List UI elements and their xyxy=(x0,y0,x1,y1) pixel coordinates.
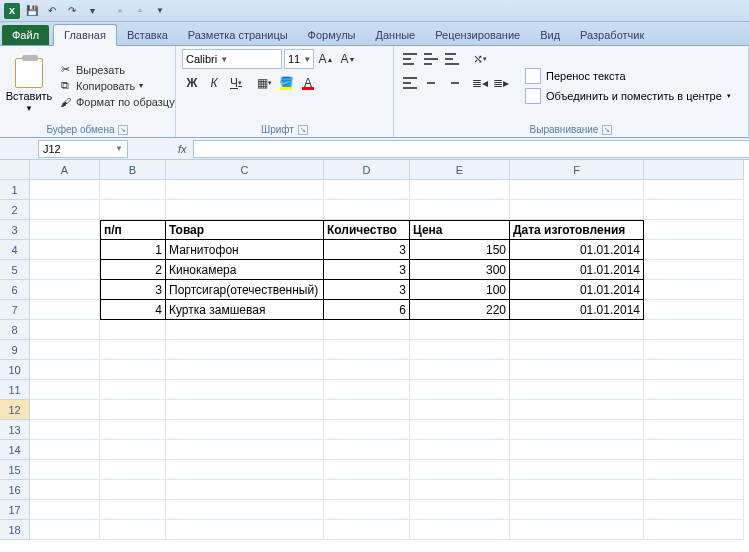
colhead-extra[interactable] xyxy=(644,160,744,180)
tab-insert[interactable]: Вставка xyxy=(117,25,178,45)
cell-A12[interactable] xyxy=(30,400,100,420)
cell-B2[interactable] xyxy=(100,200,166,220)
cell-B9[interactable] xyxy=(100,340,166,360)
cell-G10[interactable] xyxy=(644,360,744,380)
undo-button[interactable]: ↶ xyxy=(44,3,60,19)
cell-E6[interactable]: 100 xyxy=(410,280,510,300)
cell-C14[interactable] xyxy=(166,440,324,460)
select-all-corner[interactable] xyxy=(0,160,30,180)
cell-A8[interactable] xyxy=(30,320,100,340)
cell-G12[interactable] xyxy=(644,400,744,420)
cell-G2[interactable] xyxy=(644,200,744,220)
rowhead-15[interactable]: 15 xyxy=(0,460,30,480)
rowhead-18[interactable]: 18 xyxy=(0,520,30,540)
cell-B15[interactable] xyxy=(100,460,166,480)
cell-A6[interactable] xyxy=(30,280,100,300)
tab-developer[interactable]: Разработчик xyxy=(570,25,654,45)
bold-button[interactable]: Ж xyxy=(182,73,202,93)
cell-A3[interactable] xyxy=(30,220,100,240)
tab-data[interactable]: Данные xyxy=(365,25,425,45)
increase-indent-button[interactable]: ≣▸ xyxy=(491,73,511,93)
cell-F12[interactable] xyxy=(510,400,644,420)
font-color-button[interactable]: A xyxy=(298,73,318,93)
rowhead-9[interactable]: 9 xyxy=(0,340,30,360)
orientation-button[interactable]: ⤭▾ xyxy=(470,49,490,69)
rowhead-12[interactable]: 12 xyxy=(0,400,30,420)
cell-C6[interactable]: Портсигар(отечественный) xyxy=(166,280,324,300)
cell-E3[interactable]: Цена xyxy=(410,220,510,240)
cell-E10[interactable] xyxy=(410,360,510,380)
qat-extra-1[interactable]: ▫ xyxy=(112,3,128,19)
cell-G3[interactable] xyxy=(644,220,744,240)
cell-A16[interactable] xyxy=(30,480,100,500)
decrease-font-button[interactable]: A▼ xyxy=(338,49,358,69)
cell-F13[interactable] xyxy=(510,420,644,440)
colhead-E[interactable]: E xyxy=(410,160,510,180)
cell-G4[interactable] xyxy=(644,240,744,260)
cell-G1[interactable] xyxy=(644,180,744,200)
cell-B16[interactable] xyxy=(100,480,166,500)
cell-F4[interactable]: 01.01.2014 xyxy=(510,240,644,260)
qat-extra-2[interactable]: ▫ xyxy=(132,3,148,19)
cell-F8[interactable] xyxy=(510,320,644,340)
cell-B6[interactable]: 3 xyxy=(100,280,166,300)
cell-C8[interactable] xyxy=(166,320,324,340)
cell-B11[interactable] xyxy=(100,380,166,400)
cell-G7[interactable] xyxy=(644,300,744,320)
cell-A15[interactable] xyxy=(30,460,100,480)
cell-E2[interactable] xyxy=(410,200,510,220)
qat-dropdown[interactable]: ▾ xyxy=(84,3,100,19)
align-top-button[interactable] xyxy=(400,49,420,69)
cell-B7[interactable]: 4 xyxy=(100,300,166,320)
cell-D9[interactable] xyxy=(324,340,410,360)
cell-A2[interactable] xyxy=(30,200,100,220)
rowhead-8[interactable]: 8 xyxy=(0,320,30,340)
cell-E1[interactable] xyxy=(410,180,510,200)
rowhead-1[interactable]: 1 xyxy=(0,180,30,200)
cell-C9[interactable] xyxy=(166,340,324,360)
rowhead-3[interactable]: 3 xyxy=(0,220,30,240)
cell-B8[interactable] xyxy=(100,320,166,340)
cell-A14[interactable] xyxy=(30,440,100,460)
cell-E17[interactable] xyxy=(410,500,510,520)
rowhead-2[interactable]: 2 xyxy=(0,200,30,220)
font-dialog-launcher[interactable]: ↘ xyxy=(298,125,308,135)
cell-D10[interactable] xyxy=(324,360,410,380)
cell-B5[interactable]: 2 xyxy=(100,260,166,280)
merge-center-button[interactable]: Объединить и поместить в центре ▾ xyxy=(525,88,731,104)
cell-A4[interactable] xyxy=(30,240,100,260)
cell-C10[interactable] xyxy=(166,360,324,380)
fx-icon[interactable]: fx xyxy=(178,143,187,155)
cell-F17[interactable] xyxy=(510,500,644,520)
tab-formulas[interactable]: Формулы xyxy=(298,25,366,45)
cell-F11[interactable] xyxy=(510,380,644,400)
cell-C5[interactable]: Кинокамера xyxy=(166,260,324,280)
cell-E15[interactable] xyxy=(410,460,510,480)
colhead-F[interactable]: F xyxy=(510,160,644,180)
rowhead-11[interactable]: 11 xyxy=(0,380,30,400)
cell-F2[interactable] xyxy=(510,200,644,220)
cell-D14[interactable] xyxy=(324,440,410,460)
rowhead-13[interactable]: 13 xyxy=(0,420,30,440)
alignment-dialog-launcher[interactable]: ↘ xyxy=(602,125,612,135)
cell-F7[interactable]: 01.01.2014 xyxy=(510,300,644,320)
increase-font-button[interactable]: A▲ xyxy=(316,49,336,69)
cell-E12[interactable] xyxy=(410,400,510,420)
cell-B18[interactable] xyxy=(100,520,166,540)
cell-D11[interactable] xyxy=(324,380,410,400)
cell-G6[interactable] xyxy=(644,280,744,300)
cell-C13[interactable] xyxy=(166,420,324,440)
cell-D15[interactable] xyxy=(324,460,410,480)
cell-F6[interactable]: 01.01.2014 xyxy=(510,280,644,300)
cell-D17[interactable] xyxy=(324,500,410,520)
cell-G18[interactable] xyxy=(644,520,744,540)
cell-E13[interactable] xyxy=(410,420,510,440)
align-center-button[interactable] xyxy=(421,73,441,93)
cell-B14[interactable] xyxy=(100,440,166,460)
paste-button[interactable]: Вставить ▼ xyxy=(6,49,52,122)
cell-B10[interactable] xyxy=(100,360,166,380)
italic-button[interactable]: К xyxy=(204,73,224,93)
save-button[interactable]: 💾 xyxy=(24,3,40,19)
align-middle-button[interactable] xyxy=(421,49,441,69)
qat-customize[interactable]: ▼ xyxy=(152,3,168,19)
